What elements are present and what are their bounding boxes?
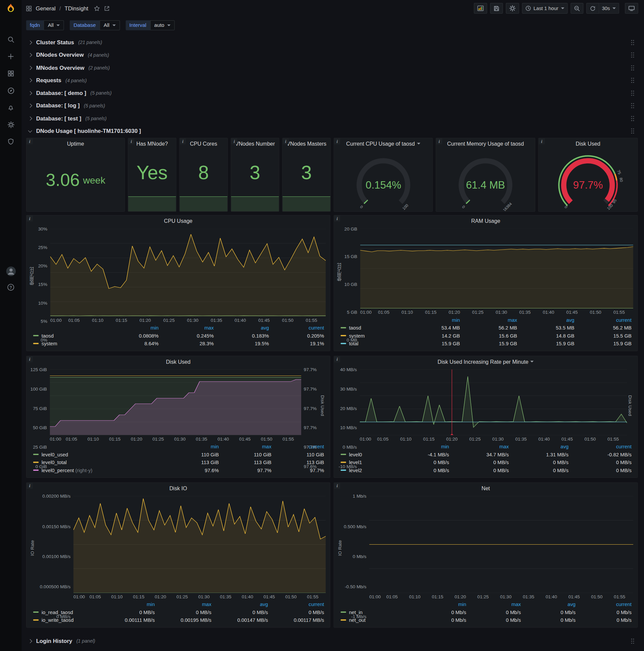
legend-column-avg[interactable]: avg: [509, 443, 569, 451]
variable-value-dropdown[interactable]: All: [100, 21, 120, 31]
legend-column-min[interactable]: min: [99, 601, 155, 609]
breadcrumb-section[interactable]: General: [36, 5, 55, 11]
configuration-gear-icon[interactable]: [3, 119, 19, 130]
dashboard-settings-button[interactable]: [506, 3, 519, 14]
legend-column-current[interactable]: current: [569, 443, 632, 451]
drag-handle[interactable]: [631, 90, 634, 96]
legend-series-level0_used[interactable]: level0_used: [33, 451, 166, 459]
dashboard-row-mnodes-overview[interactable]: MNodes Overview(2 panels): [26, 62, 638, 73]
dashboard-row-database-test[interactable]: Database: [ test ](5 panels): [26, 113, 638, 124]
panel-title-bar[interactable]: iCurrent CPU Usage of taosd: [334, 138, 432, 149]
refresh-button[interactable]: [586, 3, 599, 14]
alerting-bell-icon[interactable]: [3, 102, 19, 113]
panel-title[interactable]: RAM Usage: [471, 218, 501, 224]
legend-column-current[interactable]: current: [268, 601, 324, 609]
dashboard-row-dnodes-overview[interactable]: DNodes Overview(4 panels): [26, 49, 638, 61]
panel-title-bar[interactable]: iHas MNode?: [128, 138, 176, 149]
panel-title-bar[interactable]: iVNodes Masters: [282, 138, 330, 149]
share-icon[interactable]: [104, 5, 110, 11]
panel-title[interactable]: Net: [482, 485, 490, 492]
legend-column-max[interactable]: max: [460, 316, 517, 324]
dashboard-row-requests[interactable]: Requests(4 panels): [26, 74, 638, 86]
row-panel-count: (1 panel): [76, 639, 95, 644]
legend-column-max[interactable]: max: [466, 601, 521, 609]
cycle-view-mode-button[interactable]: [625, 3, 638, 14]
panel-title-bar[interactable]: iCPU Usage: [27, 215, 330, 226]
legend-column-avg[interactable]: avg: [211, 601, 268, 609]
chevron-right-icon: [28, 40, 32, 44]
dashboard-row-cluster-status[interactable]: Cluster Status(21 panels): [26, 37, 638, 48]
chevron-down-icon[interactable]: [417, 143, 420, 145]
explore-compass-icon[interactable]: [3, 85, 19, 96]
legend-column-current[interactable]: current: [269, 324, 324, 332]
variable-value-dropdown[interactable]: auto: [150, 21, 174, 31]
legend-series-level0_percent[interactable]: level0_percent (right-y): [33, 467, 166, 475]
stat-value: 3: [250, 163, 260, 182]
panel-title-bar[interactable]: iUptime: [27, 138, 124, 149]
sidebar: ?: [0, 0, 22, 651]
legend-series-level0_total[interactable]: level0_total: [33, 459, 166, 467]
legend-column-avg[interactable]: avg: [517, 316, 575, 324]
legend-column-max[interactable]: max: [159, 324, 214, 332]
legend-column-max[interactable]: max: [219, 443, 271, 451]
server-admin-shield-icon[interactable]: [3, 136, 19, 147]
drag-handle[interactable]: [631, 39, 634, 45]
drag-handle[interactable]: [631, 77, 634, 84]
info-icon: i: [27, 138, 33, 145]
dashboards-icon[interactable]: [3, 68, 19, 79]
drag-handle[interactable]: [631, 128, 634, 134]
legend-column-max[interactable]: max: [449, 443, 509, 451]
dashboard-row-login-history[interactable]: Login History(1 panel): [26, 635, 638, 647]
row-dnode-usage[interactable]: DNode Usage [ huolinhe-TM1701:6030 ]: [26, 125, 638, 137]
drag-handle[interactable]: [631, 52, 634, 58]
search-icon[interactable]: [3, 34, 19, 44]
create-plus-icon[interactable]: [3, 51, 19, 62]
dashboard-row-database-log[interactable]: Database: [ log ](5 panels): [26, 100, 638, 112]
chevron-down-icon[interactable]: [530, 361, 534, 363]
panel-title-bar[interactable]: iDisk Used: [27, 356, 330, 367]
drag-handle[interactable]: [631, 115, 634, 122]
refresh-interval-button[interactable]: 30s: [599, 3, 619, 14]
cpu-gauge: 01000.154%: [337, 149, 429, 211]
panel-title-bar[interactable]: iCurrent Memory Usage of taosd: [436, 138, 535, 149]
drag-handle[interactable]: [631, 638, 634, 644]
save-dashboard-button[interactable]: [490, 3, 503, 14]
help-icon[interactable]: ?: [3, 282, 19, 292]
legend-column-avg[interactable]: avg: [521, 601, 576, 609]
panel-title[interactable]: Disk Used Increasing Rate per Minute: [438, 359, 528, 365]
legend-column-current[interactable]: current: [576, 601, 632, 609]
dashboard-row-database-demo[interactable]: Database: [ demo ](5 panels): [26, 87, 638, 99]
panel-title-bar[interactable]: iVNodes Number: [231, 138, 279, 149]
row-panel-count: (5 panels): [84, 103, 105, 108]
panel-title-bar[interactable]: iRAM Usage: [334, 215, 637, 226]
add-panel-button[interactable]: [474, 3, 487, 14]
panel-title-bar[interactable]: iCPU Cores: [180, 138, 227, 149]
drag-handle[interactable]: [631, 103, 634, 109]
panel-title-bar[interactable]: iDisk Used: [539, 138, 637, 149]
drag-handle[interactable]: [631, 64, 634, 71]
legend-column-min[interactable]: min: [412, 601, 466, 609]
panel-title[interactable]: Disk IO: [169, 485, 187, 492]
legend-column-min[interactable]: min: [391, 443, 449, 451]
time-picker-button[interactable]: Last 1 hour: [522, 3, 568, 14]
legend-column-min[interactable]: min: [403, 316, 460, 324]
legend-column-min[interactable]: min: [97, 324, 159, 332]
panel-title[interactable]: Disk Used: [166, 359, 191, 365]
grafana-logo[interactable]: [0, 0, 22, 17]
panel-title-bar[interactable]: iDisk IO: [27, 483, 330, 494]
star-icon[interactable]: [94, 5, 100, 11]
breadcrumb-title[interactable]: TDinsight: [65, 5, 89, 11]
user-avatar[interactable]: [3, 266, 19, 277]
svg-text:75: 75: [616, 169, 622, 175]
legend-column-min[interactable]: min: [166, 443, 219, 451]
panel-title-bar[interactable]: iDisk Used Increasing Rate per Minute: [334, 356, 637, 367]
legend-column-avg[interactable]: avg: [214, 324, 269, 332]
variable-value-dropdown[interactable]: All: [43, 21, 64, 31]
panel-title-bar[interactable]: iNet: [334, 483, 637, 494]
legend-column-max[interactable]: max: [155, 601, 211, 609]
legend-column-current[interactable]: current: [574, 316, 632, 324]
chart-plot: [50, 229, 326, 316]
panel-title[interactable]: CPU Usage: [164, 218, 193, 224]
dashboard-breadcrumb-icon[interactable]: [26, 5, 32, 11]
zoom-out-button[interactable]: [571, 3, 583, 14]
